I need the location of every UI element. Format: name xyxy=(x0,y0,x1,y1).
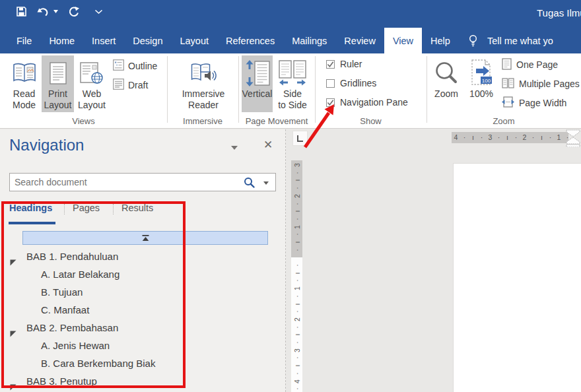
nav-heading-label: BAB 1. Pendahuluan xyxy=(26,247,118,265)
zoom-button[interactable]: Zoom xyxy=(430,55,462,112)
draft-label: Draft xyxy=(128,80,148,90)
zoom-group-label: Zoom xyxy=(427,116,581,126)
group-separator xyxy=(167,56,168,123)
document-title: Tugas Ilmu xyxy=(537,7,581,18)
hruler-mark: 4 xyxy=(452,132,460,143)
hruler-mark: 3 xyxy=(486,132,495,143)
tab-stop-selector[interactable] xyxy=(292,131,308,146)
active-tab-underline xyxy=(9,222,55,224)
nav-heading-label: B. Tujuan xyxy=(41,283,83,301)
immersive-reader-button[interactable]: Immersive Reader xyxy=(173,55,234,112)
navigation-pane-options-chevron-icon[interactable] xyxy=(231,146,238,150)
customize-quick-access-icon[interactable] xyxy=(94,9,103,15)
indent-marker-icon[interactable] xyxy=(565,129,581,150)
side-to-side-icon xyxy=(278,58,307,88)
show-option-navigation-pane[interactable]: Navigation Pane xyxy=(326,96,408,109)
nav-heading-label: A. Jenis Hewan xyxy=(41,337,110,354)
hruler-mark: · xyxy=(495,132,503,143)
tab-design[interactable]: Design xyxy=(124,28,171,53)
nav-top-selected-item[interactable] xyxy=(22,231,268,245)
print-layout-button[interactable]: Print Layout xyxy=(42,55,74,112)
save-icon[interactable] xyxy=(16,6,27,17)
side-to-side-label: Side xyxy=(283,88,302,100)
nav-tab-pages[interactable]: Pages xyxy=(73,203,100,213)
gridlines-checkbox[interactable] xyxy=(326,79,335,88)
search-dropdown-caret-icon[interactable] xyxy=(263,181,269,185)
tab-layout[interactable]: Layout xyxy=(171,28,217,53)
horizontal-ruler[interactable]: 4·ı·3·ı·2·ı·1· xyxy=(452,132,581,143)
nav-heading-chapter[interactable]: BAB 1. Pendahuluan xyxy=(0,247,277,265)
vruler-mark: · xyxy=(293,244,301,255)
ribbon-tab-bar: FileHomeInsertDesignLayoutReferencesMail… xyxy=(0,28,581,53)
hruler-mark: · xyxy=(546,132,555,143)
nav-heading-chapter[interactable]: BAB 3. Penutup xyxy=(0,372,277,390)
read-mode-label: Read xyxy=(13,88,35,100)
page-width-label: Page Width xyxy=(519,98,566,108)
tab-home[interactable]: Home xyxy=(40,28,83,53)
nav-tab-separator xyxy=(113,204,114,214)
zoom-100-button[interactable]: 100 100% xyxy=(465,55,498,112)
tell-me-bulb-icon xyxy=(459,28,482,53)
tab-insert[interactable]: Insert xyxy=(83,28,124,53)
search-input[interactable] xyxy=(10,174,252,191)
quick-access-toolbar xyxy=(16,6,103,17)
nav-heading-sub[interactable]: A. Latar Belakang xyxy=(0,265,277,283)
tab-review[interactable]: Review xyxy=(335,28,384,53)
multiple-pages-button[interactable]: Multiple Pages xyxy=(502,77,580,90)
ruler-checkbox[interactable] xyxy=(326,60,335,69)
print-layout-icon xyxy=(50,58,67,88)
document-page[interactable] xyxy=(454,164,581,392)
search-box xyxy=(9,173,276,191)
hruler-mark: ı xyxy=(503,132,512,143)
collapse-triangle-icon[interactable] xyxy=(10,378,17,392)
nav-heading-sub[interactable]: C. Manfaat xyxy=(0,301,277,319)
search-icon[interactable] xyxy=(244,177,255,191)
navigation-pane-label: Navigation Pane xyxy=(340,97,408,108)
nav-heading-label: BAB 3. Penutup xyxy=(26,372,97,390)
redo-icon[interactable] xyxy=(68,6,79,17)
read-mode-button[interactable]: Read Mode xyxy=(8,55,40,112)
one-page-button[interactable]: One Page xyxy=(502,58,558,71)
title-bar: Tugas Ilmu xyxy=(0,0,581,28)
nav-heading-chapter[interactable]: BAB 2. Pembahasan xyxy=(0,319,277,337)
web-layout-button[interactable]: Web Layout xyxy=(75,55,109,112)
hruler-mark: 2 xyxy=(520,132,529,143)
side-to-side-label: to Side xyxy=(278,100,307,111)
web-layout-label: Web xyxy=(83,88,102,100)
undo-icon[interactable] xyxy=(37,7,58,17)
vertical-ruler[interactable]: 3·ı·2·ı·1·ı··ı·1·ı·2·ı·3·ı·4· xyxy=(291,160,302,392)
web-layout-label: Layout xyxy=(78,100,106,111)
tab-view[interactable]: View xyxy=(384,28,422,53)
read-mode-icon xyxy=(12,58,37,88)
web-layout-icon xyxy=(80,58,104,88)
draft-button[interactable]: Draft xyxy=(113,78,148,92)
show-option-ruler[interactable]: Ruler xyxy=(326,57,362,71)
tell-me-box[interactable]: Tell me what yo xyxy=(482,28,553,53)
tab-help[interactable]: Help xyxy=(422,28,459,53)
navigation-pane-checkbox[interactable] xyxy=(326,98,335,107)
nav-heading-label: C. Manfaat xyxy=(41,301,89,319)
navigation-pane-close-icon[interactable]: ✕ xyxy=(263,138,273,152)
show-option-gridlines[interactable]: Gridlines xyxy=(326,77,376,90)
nav-heading-sub[interactable]: B. Tujuan xyxy=(0,283,277,301)
nav-heading-sub[interactable]: B. Cara Berkembang Biak xyxy=(0,354,277,372)
multiple-pages-icon xyxy=(502,78,514,90)
show-group-label: Show xyxy=(315,116,427,126)
vertical-button[interactable]: Vertical xyxy=(242,55,273,112)
vertical-label: Vertical xyxy=(242,88,273,100)
nav-heading-sub[interactable]: A. Jenis Hewan xyxy=(0,337,277,354)
tab-references[interactable]: References xyxy=(217,28,283,53)
views-group-label: Views xyxy=(0,116,167,126)
side-to-side-button[interactable]: Side to Side xyxy=(275,55,310,112)
outline-label: Outline xyxy=(128,61,157,71)
outline-button[interactable]: Outline xyxy=(113,59,157,73)
tab-file[interactable]: File xyxy=(8,28,40,53)
nav-tab-headings[interactable]: Headings xyxy=(9,203,52,213)
page-width-button[interactable]: Page Width xyxy=(502,96,566,110)
one-page-label: One Page xyxy=(516,59,558,70)
page-movement-group-label: Page Movement xyxy=(238,116,315,126)
tab-mailings[interactable]: Mailings xyxy=(283,28,335,53)
print-layout-label: Layout xyxy=(44,100,71,111)
nav-heading-label: BAB 2. Pembahasan xyxy=(26,319,118,337)
nav-tab-results[interactable]: Results xyxy=(121,203,153,213)
